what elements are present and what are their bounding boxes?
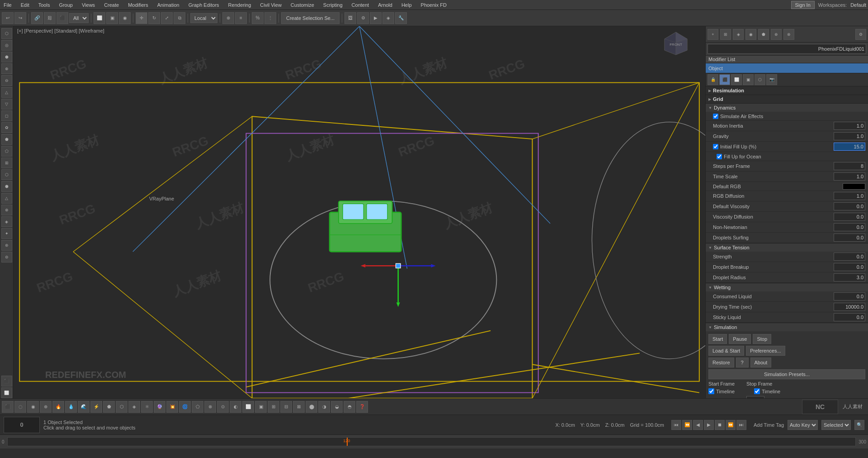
sidebar-icon-12[interactable]: ⊞	[1, 157, 12, 168]
bt-icon-19[interactable]: ◐	[230, 401, 241, 413]
preferences-button[interactable]: Preferences...	[746, 346, 785, 356]
bt-icon-18[interactable]: ⊙	[217, 401, 229, 413]
sidebar-icon-1[interactable]: ⬡	[1, 28, 12, 39]
bt-icon-14[interactable]: 💥	[166, 401, 178, 413]
prop-icon-2[interactable]: ⬛	[719, 74, 730, 85]
bt-icon-26[interactable]: ◑	[318, 401, 330, 413]
selected-dropdown[interactable]: Selected	[821, 420, 851, 430]
simulate-air-checkbox[interactable]	[713, 114, 718, 119]
sticky-liquid-input[interactable]	[834, 313, 865, 321]
auto-key-dropdown[interactable]: Auto Key	[788, 420, 818, 430]
sidebar-icon-16[interactable]: ⊗	[1, 205, 12, 215]
render-setup-btn[interactable]: ⚙	[357, 12, 369, 24]
droplet-radius-input[interactable]	[834, 273, 865, 281]
bt-icon-17[interactable]: ⊗	[204, 401, 216, 413]
menu-tools[interactable]: Tools	[37, 1, 52, 9]
redo-btn[interactable]: ↪	[14, 12, 26, 24]
sidebar-icon-3[interactable]: ⬢	[1, 52, 12, 62]
bt-icon-5[interactable]: 🔥	[52, 401, 64, 413]
menu-scripting[interactable]: Scripting	[321, 1, 344, 9]
add-time-tag[interactable]: Add Time Tag	[754, 422, 784, 428]
sidebar-icon-5[interactable]: ⊖	[1, 75, 12, 86]
panel-settings-btn[interactable]: ⚙	[855, 29, 866, 40]
initial-fill-checkbox[interactable]	[713, 144, 718, 149]
menu-arnold[interactable]: Arnold	[376, 1, 394, 9]
bt-icon-12[interactable]: ⚛	[141, 401, 153, 413]
default-rgb-color[interactable]	[843, 183, 865, 190]
timeline-track[interactable]: 0 120 300	[0, 435, 868, 448]
menu-civil-view[interactable]: Civil View	[258, 1, 283, 9]
menu-graph-editors[interactable]: Graph Editors	[187, 1, 221, 9]
bt-icon-10[interactable]: ⬡	[116, 401, 127, 413]
non-newtonian-input[interactable]	[834, 223, 865, 231]
undo-btn[interactable]: ↩	[2, 12, 14, 24]
paint-select-btn[interactable]: ◉	[119, 12, 131, 24]
workspace-value[interactable]: Default	[850, 2, 866, 8]
prop-icon-6[interactable]: 📷	[766, 74, 777, 85]
sidebar-icon-bottom-1[interactable]: ⬛	[1, 376, 12, 386]
consumed-liquid-input[interactable]	[834, 292, 865, 301]
menu-create[interactable]: Create	[102, 1, 121, 9]
stop-button[interactable]: Stop	[753, 334, 771, 344]
start-button[interactable]: Start	[708, 334, 727, 344]
bt-icon-11[interactable]: ◈	[128, 401, 140, 413]
prop-icon-3[interactable]: ⬜	[731, 74, 742, 85]
dynamics-header[interactable]: ▼ Dynamics	[706, 104, 868, 112]
bt-icon-29[interactable]: ❓	[356, 401, 368, 413]
object-name-input[interactable]	[708, 44, 866, 54]
bt-icon-7[interactable]: 🌊	[78, 401, 90, 413]
resimulation-section[interactable]: ▶ Resimulation	[706, 86, 868, 95]
bt-icon-4[interactable]: ⊕	[40, 401, 52, 413]
select-btn[interactable]: ⬜	[94, 12, 105, 24]
reference-coord-dropdown[interactable]: Local	[190, 13, 217, 23]
bt-icon-3[interactable]: ◉	[27, 401, 39, 413]
skip-start-btn[interactable]: ⏮	[671, 420, 681, 430]
play-btn[interactable]: ▶	[704, 420, 714, 430]
sidebar-icon-6[interactable]: △	[1, 87, 12, 98]
timeline-checkbox-2[interactable]	[754, 388, 760, 394]
object-modifier-item[interactable]: Object	[706, 63, 868, 73]
fill-ocean-checkbox[interactable]	[717, 154, 722, 159]
scale-btn[interactable]: ⤢	[161, 12, 173, 24]
unlink-btn[interactable]: ⛓	[44, 12, 56, 24]
align-btn[interactable]: ≡	[235, 12, 247, 24]
viscosity-diffusion-input[interactable]	[834, 213, 865, 221]
bt-icon-24[interactable]: ⊠	[293, 401, 305, 413]
sidebar-icon-bottom-2[interactable]: ⬜	[1, 387, 12, 398]
sidebar-icon-14[interactable]: ⬢	[1, 181, 12, 192]
panel-view-btn[interactable]: ⊞	[720, 29, 731, 40]
menu-animation[interactable]: Animation	[156, 1, 181, 9]
search-anim-btn[interactable]: 🔍	[854, 420, 864, 430]
restore-button[interactable]: Restore	[708, 358, 734, 367]
render-frame-btn[interactable]: 🖼	[344, 12, 356, 24]
menu-phoenix-fd[interactable]: Phoenix FD	[419, 1, 448, 9]
sign-in-button[interactable]: Sign In	[791, 1, 815, 9]
rotate-btn[interactable]: ↻	[148, 12, 160, 24]
drying-time-input[interactable]	[834, 303, 865, 311]
panel-btn-7[interactable]: ⊗	[783, 29, 794, 40]
menu-file[interactable]: File	[2, 1, 14, 9]
panel-btn-3[interactable]: ◈	[733, 29, 744, 40]
panel-btn-5[interactable]: ⬟	[758, 29, 769, 40]
material-editor-btn[interactable]: ◈	[382, 12, 394, 24]
bt-icon-23[interactable]: ⊟	[280, 401, 292, 413]
region-select-btn[interactable]: ▣	[106, 12, 118, 24]
grid-section[interactable]: ▶ Grid	[706, 95, 868, 104]
sidebar-icon-2[interactable]: ◎	[1, 40, 12, 51]
bt-icon-1[interactable]: ⬛	[2, 401, 14, 413]
menu-views[interactable]: Views	[80, 1, 97, 9]
sidebar-icon-8[interactable]: ◻	[1, 110, 12, 121]
sidebar-icon-18[interactable]: ✦	[1, 228, 12, 239]
simulation-header[interactable]: ▼ Simulation	[706, 323, 868, 331]
pause-button[interactable]: Pause	[729, 334, 751, 344]
menu-group[interactable]: Group	[57, 1, 75, 9]
bt-icon-22[interactable]: ⊞	[268, 401, 279, 413]
sidebar-icon-15[interactable]: △	[1, 193, 12, 204]
menu-customize[interactable]: Customize	[289, 1, 316, 9]
sidebar-icon-9[interactable]: ✿	[1, 122, 12, 133]
viewport[interactable]: [+] [Perspective] [Standard] [Wireframe]…	[14, 26, 705, 398]
droplet-breakup-input[interactable]	[834, 263, 865, 271]
percent-btn[interactable]: %	[252, 12, 264, 24]
bt-icon-25[interactable]: ⬤	[306, 401, 317, 413]
bt-icon-6[interactable]: 💧	[65, 401, 77, 413]
